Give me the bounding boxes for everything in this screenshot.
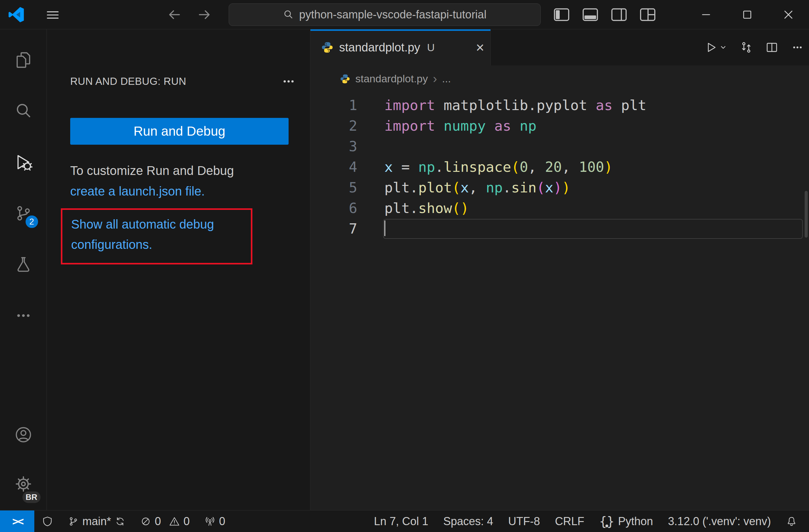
accounts-button[interactable] <box>8 419 39 450</box>
remote-indicator[interactable]: >< <box>0 511 34 532</box>
code-editor[interactable]: 1import matplotlib.pyplot as plt2import … <box>310 92 809 510</box>
line-number: 3 <box>310 136 357 157</box>
navigate-back-button[interactable] <box>167 7 182 22</box>
minimize-icon <box>699 7 713 22</box>
warning-icon <box>169 516 180 527</box>
cursor-position-item[interactable]: Ln 7, Col 1 <box>366 511 436 532</box>
run-and-debug-button[interactable]: Run and Debug <box>70 118 289 145</box>
tab-standardplot[interactable]: standardplot.py U × <box>310 29 491 66</box>
line-number: 4 <box>310 157 357 177</box>
code-text: import matplotlib.pyplot as plt <box>357 95 647 116</box>
hamburger-icon <box>46 8 60 22</box>
customize-layout-button[interactable] <box>638 5 658 25</box>
command-center-search[interactable]: python-sample-vscode-fastapi-tutorial <box>229 3 541 26</box>
code-line[interactable]: 5plt.plot(x, np.sin(x)) <box>310 177 809 198</box>
activity-testing-button[interactable] <box>8 249 39 280</box>
open-changes-button[interactable] <box>740 41 753 54</box>
run-and-debug-icon <box>14 153 32 171</box>
code-text: plt.plot(x, np.sin(x)) <box>357 177 570 198</box>
search-icon <box>283 10 294 20</box>
toggle-primary-sidebar-button[interactable] <box>552 5 572 25</box>
split-editor-icon <box>765 41 778 54</box>
indentation-item[interactable]: Spaces: 4 <box>436 511 501 532</box>
sidebar-more-actions-button[interactable] <box>281 74 296 90</box>
breadcrumb-more[interactable]: ... <box>442 73 451 85</box>
customize-hint-text: To customize Run and Debug <box>70 160 234 181</box>
run-debug-sidebar: RUN AND DEBUG: RUN Run and Debug To cust… <box>47 29 310 510</box>
window-controls <box>686 0 809 29</box>
ellipsis-icon <box>791 41 804 54</box>
tab-git-status: U <box>427 41 435 54</box>
python-interpreter-item[interactable]: 3.12.0 ('.venv': venv) <box>660 511 778 532</box>
python-icon <box>340 74 350 84</box>
activity-more-views-button[interactable] <box>8 300 39 331</box>
breadcrumb: standardplot.py › ... <box>310 66 809 92</box>
activity-search-button[interactable] <box>8 95 39 127</box>
open-changes-icon <box>740 41 753 54</box>
code-line[interactable]: 7 <box>310 218 809 239</box>
ports-item[interactable]: 0 <box>197 511 233 532</box>
toggle-panel-button[interactable] <box>580 5 600 25</box>
tab-bar: standardplot.py U × <box>310 29 809 66</box>
toggle-secondary-sidebar-button[interactable] <box>609 5 629 25</box>
code-line[interactable]: 2import numpy as np <box>310 116 809 136</box>
problems-item[interactable]: 0 0 <box>133 511 197 532</box>
activity-explorer-button[interactable] <box>8 44 39 75</box>
encoding-item[interactable]: UTF-8 <box>501 511 548 532</box>
command-center-label: python-sample-vscode-fastapi-tutorial <box>299 8 486 21</box>
code-line[interactable]: 4x = np.linspace(0, 20, 100) <box>310 157 809 177</box>
line-number: 7 <box>310 218 357 239</box>
sidebar-right-icon <box>611 8 627 21</box>
activity-run-debug-button[interactable] <box>8 146 39 178</box>
layout-controls <box>552 0 658 29</box>
close-window-button[interactable] <box>768 0 809 29</box>
git-branch-icon <box>68 516 79 527</box>
branch-name: main* <box>82 515 111 528</box>
minimize-button[interactable] <box>686 0 727 29</box>
line-number: 6 <box>310 198 357 218</box>
editor-actions <box>705 29 804 66</box>
editor-more-actions-button[interactable] <box>791 41 804 54</box>
code-line[interactable]: 3 <box>310 136 809 157</box>
code-text: plt.show() <box>357 198 469 218</box>
code-text <box>357 136 384 157</box>
git-branch-item[interactable]: main* <box>61 511 133 532</box>
scrollbar-thumb[interactable] <box>805 191 808 237</box>
arrow-right-icon <box>197 7 211 22</box>
maximize-button[interactable] <box>727 0 768 29</box>
code-text: x = np.linspace(0, 20, 100) <box>357 157 613 177</box>
editor-group: standardplot.py U × <box>310 29 809 510</box>
search-icon <box>14 102 32 120</box>
create-launch-json-link[interactable]: create a launch.json file. <box>70 184 205 198</box>
warning-count: 0 <box>184 515 190 528</box>
code-line[interactable]: 6plt.show() <box>310 198 809 218</box>
tab-close-button[interactable]: × <box>476 40 484 55</box>
vscode-logo-icon <box>8 6 24 23</box>
maximize-icon <box>740 7 754 22</box>
menu-button[interactable] <box>46 8 60 22</box>
notifications-item[interactable] <box>778 511 805 532</box>
code-text: import numpy as np <box>357 116 537 136</box>
line-number: 5 <box>310 177 357 198</box>
workspace-trust-item[interactable] <box>34 511 61 532</box>
scm-badge: 2 <box>25 215 39 229</box>
code-lines: 1import matplotlib.pyplot as plt2import … <box>310 95 809 239</box>
files-icon <box>14 51 32 69</box>
settings-gear-button[interactable]: BR <box>8 468 39 500</box>
split-editor-button[interactable] <box>765 41 778 54</box>
chevron-down-icon <box>719 43 727 51</box>
show-auto-configs-link[interactable]: Show all automatic debug configurations. <box>71 214 246 255</box>
tab-label: standardplot.py <box>339 41 420 54</box>
braces-icon: {} <box>599 514 614 529</box>
eol-item[interactable]: CRLF <box>548 511 592 532</box>
ports-count: 0 <box>219 515 225 528</box>
line-number: 2 <box>310 116 357 136</box>
navigate-forward-button[interactable] <box>197 7 211 22</box>
language-mode-item[interactable]: {} Python <box>592 511 660 532</box>
activity-source-control-button[interactable]: 2 <box>8 198 39 229</box>
breadcrumb-file[interactable]: standardplot.py <box>355 73 428 85</box>
run-python-file-button[interactable] <box>705 41 727 54</box>
code-line[interactable]: 1import matplotlib.pyplot as plt <box>310 95 809 116</box>
language-label: Python <box>618 515 653 528</box>
beaker-icon <box>14 255 32 273</box>
